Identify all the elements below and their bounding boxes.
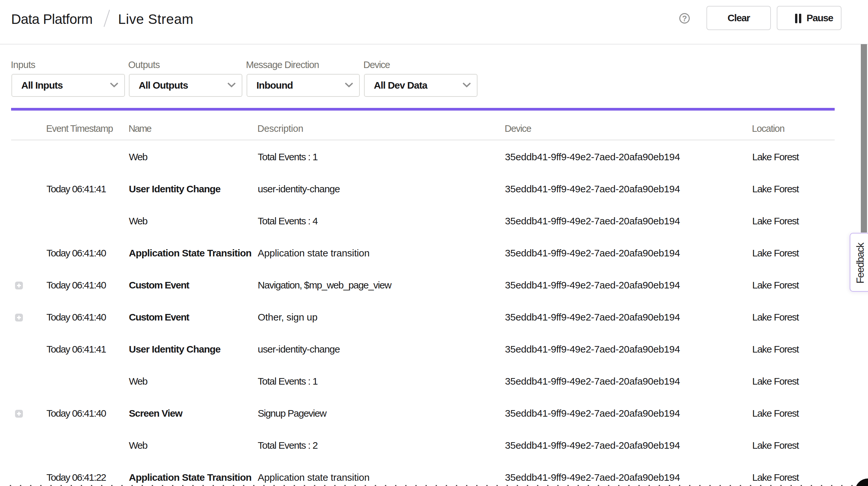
svg-text:?: ? <box>682 14 687 23</box>
